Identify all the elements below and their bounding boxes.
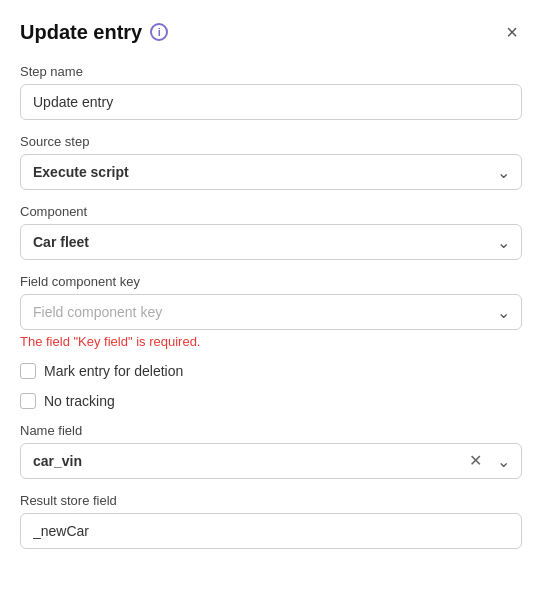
title-group: Update entry i bbox=[20, 21, 168, 44]
result-store-field-group: Result store field bbox=[20, 493, 522, 549]
source-step-field-group: Source step Execute script ⌄ bbox=[20, 134, 522, 190]
name-field-clear-button[interactable]: ✕ bbox=[465, 453, 486, 469]
field-component-key-group: Field component key Field component key … bbox=[20, 274, 522, 349]
no-tracking-checkbox-group: No tracking bbox=[20, 393, 522, 409]
mark-entry-label[interactable]: Mark entry for deletion bbox=[44, 363, 183, 379]
field-component-key-error: The field "Key field" is required. bbox=[20, 334, 522, 349]
step-name-label: Step name bbox=[20, 64, 522, 79]
field-component-key-label: Field component key bbox=[20, 274, 522, 289]
panel-header: Update entry i × bbox=[20, 20, 522, 44]
name-field-group: Name field car_vin ✕ ⌄ bbox=[20, 423, 522, 479]
no-tracking-label[interactable]: No tracking bbox=[44, 393, 115, 409]
field-component-key-select-container: Field component key ⌄ bbox=[20, 294, 522, 330]
close-button[interactable]: × bbox=[502, 20, 522, 44]
field-component-key-select[interactable]: Field component key bbox=[20, 294, 522, 330]
name-field-select-container: car_vin ✕ ⌄ bbox=[20, 443, 522, 479]
component-select[interactable]: Car fleet bbox=[20, 224, 522, 260]
component-label: Component bbox=[20, 204, 522, 219]
info-icon[interactable]: i bbox=[150, 23, 168, 41]
step-name-field-group: Step name bbox=[20, 64, 522, 120]
mark-entry-checkbox[interactable] bbox=[20, 363, 36, 379]
result-store-label: Result store field bbox=[20, 493, 522, 508]
source-step-select-container: Execute script ⌄ bbox=[20, 154, 522, 190]
no-tracking-checkbox[interactable] bbox=[20, 393, 36, 409]
panel-title: Update entry bbox=[20, 21, 142, 44]
name-field-label: Name field bbox=[20, 423, 522, 438]
component-select-container: Car fleet ⌄ bbox=[20, 224, 522, 260]
source-step-label: Source step bbox=[20, 134, 522, 149]
update-entry-panel: Update entry i × Step name Source step E… bbox=[0, 0, 542, 614]
component-field-group: Component Car fleet ⌄ bbox=[20, 204, 522, 260]
mark-entry-checkbox-group: Mark entry for deletion bbox=[20, 363, 522, 379]
source-step-select[interactable]: Execute script bbox=[20, 154, 522, 190]
name-field-select[interactable]: car_vin bbox=[20, 443, 522, 479]
result-store-input[interactable] bbox=[20, 513, 522, 549]
step-name-input[interactable] bbox=[20, 84, 522, 120]
